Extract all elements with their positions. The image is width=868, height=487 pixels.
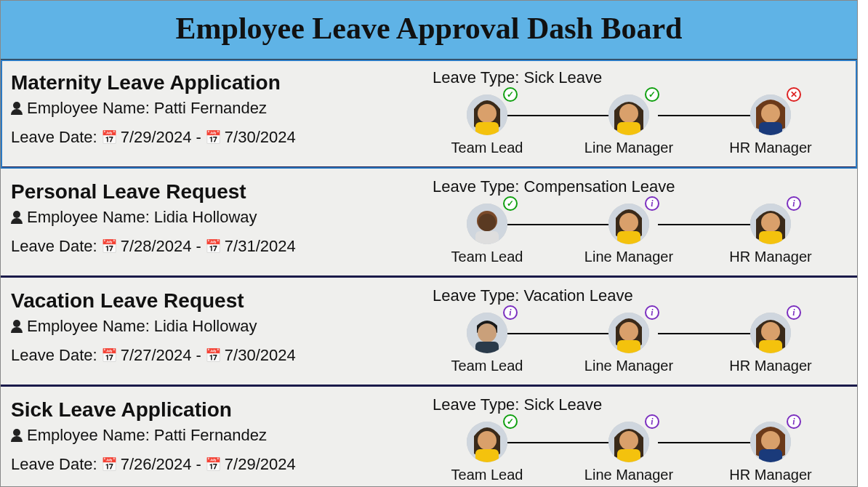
approvers-row: ✓Team LeadiLine ManageriHR Manager bbox=[433, 204, 847, 265]
calendar-icon: 📅 bbox=[102, 130, 116, 145]
svg-point-23 bbox=[619, 322, 638, 341]
approver[interactable]: ✓Team Lead bbox=[433, 94, 542, 156]
approver[interactable]: iHR Manager bbox=[716, 204, 825, 265]
approver-role-label: HR Manager bbox=[729, 467, 811, 483]
employee-name-label: Employee Name: bbox=[27, 426, 150, 445]
request-summary: Vacation Leave RequestEmployee Name: Lid… bbox=[11, 286, 418, 374]
approver[interactable]: iLine Manager bbox=[574, 422, 683, 483]
approval-chain: Leave Type: Sick Leave✓Team LeadiLine Ma… bbox=[433, 395, 847, 483]
approver-role-label: Team Lead bbox=[451, 358, 523, 374]
svg-rect-21 bbox=[475, 342, 499, 353]
svg-rect-18 bbox=[759, 231, 782, 244]
svg-point-32 bbox=[619, 431, 638, 450]
approval-chain: Leave Type: Vacation LeaveiTeam LeadiLin… bbox=[433, 286, 847, 374]
check-icon: ✓ bbox=[503, 87, 518, 102]
person-icon bbox=[11, 320, 23, 333]
date-from: 7/26/2024 bbox=[121, 455, 192, 474]
svg-rect-24 bbox=[617, 340, 640, 353]
approver[interactable]: iHR Manager bbox=[716, 313, 825, 374]
request-title: Sick Leave Application bbox=[11, 398, 418, 422]
leave-type-label: Leave Type: bbox=[433, 286, 524, 305]
svg-rect-33 bbox=[617, 449, 640, 462]
calendar-icon: 📅 bbox=[206, 457, 220, 472]
avatar: i bbox=[750, 422, 791, 462]
calendar-icon: 📅 bbox=[102, 239, 116, 254]
svg-rect-27 bbox=[759, 340, 782, 353]
leave-request-card[interactable]: Sick Leave ApplicationEmployee Name: Pat… bbox=[1, 387, 857, 487]
leave-date-line: Leave Date:📅7/29/2024 - 📅7/30/2024 bbox=[11, 128, 418, 147]
approver[interactable]: iHR Manager bbox=[716, 422, 825, 483]
approval-chain: Leave Type: Sick Leave✓Team Lead✓Line Ma… bbox=[433, 68, 847, 156]
date-separator: - bbox=[196, 128, 201, 147]
leave-date-label: Leave Date: bbox=[11, 128, 97, 147]
svg-rect-5 bbox=[617, 122, 640, 135]
svg-rect-30 bbox=[475, 449, 499, 462]
leave-type-line: Leave Type: Sick Leave bbox=[433, 68, 847, 87]
date-from: 7/28/2024 bbox=[121, 237, 192, 256]
avatar: ✓ bbox=[467, 204, 507, 244]
leave-type-line: Leave Type: Sick Leave bbox=[433, 395, 847, 414]
svg-rect-8 bbox=[759, 122, 782, 135]
leave-type-line: Leave Type: Vacation Leave bbox=[433, 286, 847, 305]
leave-type-label: Leave Type: bbox=[433, 395, 524, 414]
dashboard-app: Employee Leave Approval Dash Board Mater… bbox=[0, 0, 858, 487]
leave-request-card[interactable]: Maternity Leave ApplicationEmployee Name… bbox=[1, 60, 857, 169]
approver[interactable]: ✓Line Manager bbox=[574, 94, 683, 156]
employee-name-label: Employee Name: bbox=[27, 99, 150, 118]
requests-list: Maternity Leave ApplicationEmployee Name… bbox=[1, 60, 857, 487]
approver-role-label: HR Manager bbox=[729, 249, 811, 265]
approver-role-label: HR Manager bbox=[729, 140, 811, 156]
svg-rect-15 bbox=[617, 231, 640, 244]
date-separator: - bbox=[196, 455, 201, 474]
leave-request-card[interactable]: Personal Leave RequestEmployee Name: Lid… bbox=[1, 169, 857, 278]
approver-role-label: Team Lead bbox=[451, 140, 523, 156]
approver[interactable]: ✓Team Lead bbox=[433, 422, 542, 483]
approver-role-label: Line Manager bbox=[584, 358, 673, 374]
date-separator: - bbox=[196, 237, 201, 256]
leave-type-label: Leave Type: bbox=[433, 177, 524, 196]
svg-point-20 bbox=[478, 323, 497, 342]
leave-type-value: Sick Leave bbox=[524, 68, 603, 86]
approver[interactable]: ✕HR Manager bbox=[716, 94, 825, 156]
avatar: i bbox=[608, 204, 649, 244]
request-title: Vacation Leave Request bbox=[11, 289, 418, 313]
leave-date-line: Leave Date:📅7/27/2024 - 📅7/30/2024 bbox=[11, 346, 418, 365]
leave-request-card[interactable]: Vacation Leave RequestEmployee Name: Lid… bbox=[1, 278, 857, 387]
person-icon bbox=[11, 429, 23, 442]
date-to: 7/30/2024 bbox=[225, 346, 296, 365]
employee-name-value: Lidia Holloway bbox=[154, 317, 257, 336]
page-header: Employee Leave Approval Dash Board bbox=[1, 1, 857, 60]
leave-type-value: Vacation Leave bbox=[524, 286, 633, 305]
check-icon: ✓ bbox=[503, 414, 518, 429]
avatar: i bbox=[750, 204, 791, 244]
avatar: ✓ bbox=[467, 422, 507, 462]
approver[interactable]: iLine Manager bbox=[574, 313, 683, 374]
page-title: Employee Leave Approval Dash Board bbox=[1, 11, 857, 46]
request-title: Maternity Leave Application bbox=[11, 71, 418, 94]
approver[interactable]: iTeam Lead bbox=[433, 313, 542, 374]
leave-date-line: Leave Date:📅7/26/2024 - 📅7/29/2024 bbox=[11, 455, 418, 474]
info-icon: i bbox=[645, 305, 659, 320]
check-icon: ✓ bbox=[503, 196, 518, 211]
employee-line: Employee Name: Lidia Holloway bbox=[11, 208, 418, 227]
date-from: 7/27/2024 bbox=[121, 346, 192, 365]
employee-line: Employee Name: Lidia Holloway bbox=[11, 317, 418, 336]
approver[interactable]: ✓Team Lead bbox=[433, 204, 542, 265]
svg-point-4 bbox=[619, 104, 638, 123]
leave-type-value: Sick Leave bbox=[524, 395, 603, 414]
leave-type-line: Leave Type: Compensation Leave bbox=[433, 177, 847, 196]
leave-date-label: Leave Date: bbox=[11, 455, 97, 474]
approver[interactable]: iLine Manager bbox=[574, 204, 683, 265]
request-summary: Sick Leave ApplicationEmployee Name: Pat… bbox=[11, 395, 418, 483]
avatar: i bbox=[608, 422, 649, 462]
employee-line: Employee Name: Patti Fernandez bbox=[11, 99, 418, 118]
date-to: 7/29/2024 bbox=[225, 455, 296, 474]
approver-role-label: Team Lead bbox=[451, 249, 523, 265]
approver-role-label: Line Manager bbox=[584, 140, 673, 156]
person-icon bbox=[11, 102, 23, 115]
calendar-icon: 📅 bbox=[206, 130, 220, 145]
avatar: i bbox=[608, 313, 649, 353]
approver-role-label: HR Manager bbox=[729, 358, 811, 374]
svg-point-14 bbox=[619, 213, 638, 232]
leave-type-value: Compensation Leave bbox=[524, 177, 675, 196]
